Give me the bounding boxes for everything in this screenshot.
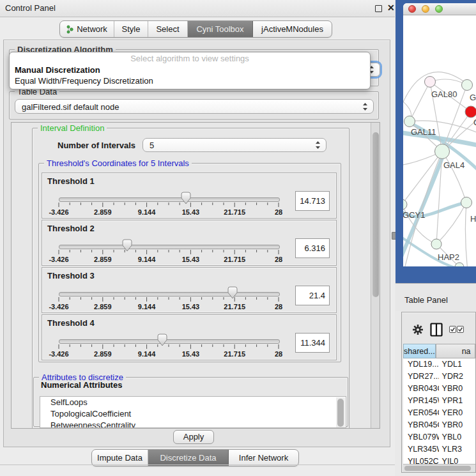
split-columns-icon[interactable] <box>430 323 443 337</box>
cell-shared-name[interactable]: YIL052C <box>403 456 439 464</box>
tick-label: -3.426 <box>49 256 68 263</box>
table-row[interactable]: YBL079WYBL0 <box>403 431 475 443</box>
tick-label: 9.144 <box>138 256 156 263</box>
vertical-scrollbar-thumb[interactable] <box>372 132 379 297</box>
close-traffic-light-icon[interactable] <box>408 5 416 13</box>
number-of-intervals-combobox[interactable]: 5 <box>142 138 326 152</box>
slider-thumb[interactable] <box>227 286 238 299</box>
network-edge[interactable] <box>442 151 466 203</box>
network-edge[interactable] <box>465 203 468 266</box>
thresholds-group-title: Threshold's Coordinates for 5 Intervals <box>44 158 192 168</box>
threshold-value-field[interactable]: 21.4 <box>295 286 330 305</box>
network-node[interactable] <box>435 144 450 159</box>
network-node[interactable] <box>431 239 441 249</box>
network-edge[interactable] <box>410 82 430 121</box>
minimize-traffic-light-icon[interactable] <box>422 5 429 13</box>
attribute-list-item[interactable]: TopologicalCoefficient <box>40 408 346 420</box>
tab-discretize-data[interactable]: Discretize Data <box>148 450 229 466</box>
cell-name[interactable]: YBR0 <box>439 383 475 395</box>
node-label-gal11: GAL11 <box>411 127 436 137</box>
cell-name[interactable]: YBR0 <box>439 419 475 431</box>
network-node[interactable] <box>425 77 436 88</box>
network-canvas[interactable]: GAL80GAGAL11CGAL4GCY1HHAP2 <box>403 15 476 266</box>
node-label-h: H <box>470 214 476 224</box>
slider-track[interactable] <box>59 339 280 344</box>
gear-icon[interactable] <box>412 324 424 335</box>
table-row[interactable]: YDR27...YDR2 <box>403 371 475 383</box>
network-node[interactable] <box>462 80 473 91</box>
stepper-arrows-icon <box>363 103 367 111</box>
attribute-list-item[interactable]: SelfLoops <box>40 397 346 408</box>
cell-shared-name[interactable]: YBL079W <box>403 431 439 443</box>
threshold-value-field[interactable]: 11.344 <box>295 333 330 353</box>
cell-shared-name[interactable]: YDR27... <box>403 371 439 383</box>
column-header-name[interactable]: na <box>436 344 475 358</box>
table-row[interactable]: YER054CYER0 <box>403 407 475 419</box>
slider-thumb[interactable] <box>157 334 167 346</box>
popup-item-manual-discretization[interactable]: Manual Discretization <box>10 65 370 75</box>
table-row[interactable]: YDL19...YDL1 <box>403 358 475 371</box>
cell-name[interactable]: YLR3 <box>439 443 475 456</box>
tick-label: 21.715 <box>224 350 245 358</box>
table-row[interactable]: YLR345WYLR3 <box>403 443 475 456</box>
tab-cyni-toolbox[interactable]: Cyni Toolbox <box>188 21 253 37</box>
tab-impute-data[interactable]: Impute Data <box>92 450 148 466</box>
horizontal-scrollbar[interactable] <box>403 464 475 472</box>
cell-name[interactable]: YER0 <box>439 407 475 419</box>
tab-select[interactable]: Select <box>148 21 188 37</box>
cell-shared-name[interactable]: YPR145W <box>403 395 439 407</box>
float-window-icon[interactable] <box>375 5 382 12</box>
network-view-window[interactable]: GAL80GAGAL11CGAL4GCY1HHAP2 <box>403 3 476 266</box>
cell-shared-name[interactable]: YDL19... <box>403 358 439 371</box>
checkbox-icons[interactable] <box>449 326 464 334</box>
number-of-intervals-label: Number of Intervals <box>55 141 138 150</box>
slider-thumb[interactable] <box>122 239 132 252</box>
network-node[interactable] <box>455 263 464 266</box>
cell-name[interactable]: YDL1 <box>439 358 475 371</box>
table-row[interactable]: YBR043CYBR0 <box>403 383 475 395</box>
column-header-shared-name[interactable]: shared... <box>403 344 436 358</box>
table-row[interactable]: YBR045CYBR0 <box>403 419 475 431</box>
table-row[interactable]: YIL052CYIL0 <box>403 456 475 464</box>
slider-track[interactable] <box>59 292 280 296</box>
tab-label: Discretize Data <box>160 453 216 463</box>
network-window-titlebar[interactable] <box>403 3 476 15</box>
tick-label: 2.859 <box>94 208 112 216</box>
threshold-value-field[interactable]: 6.316 <box>295 238 330 258</box>
vertical-scrollbar[interactable] <box>371 123 380 428</box>
tab-network[interactable]: Network <box>60 21 114 37</box>
network-node[interactable] <box>404 116 415 127</box>
number-of-intervals-value: 5 <box>150 141 154 150</box>
close-icon[interactable]: ✕ <box>387 3 395 13</box>
network-node[interactable] <box>461 197 472 208</box>
network-node[interactable] <box>403 199 407 210</box>
network-edge[interactable] <box>436 203 466 244</box>
zoom-traffic-light-icon[interactable] <box>435 5 443 13</box>
tab-jactivemnodules[interactable]: jActiveMNodules <box>253 21 332 37</box>
slider-track[interactable] <box>59 245 280 249</box>
threshold-value-field[interactable]: 14.713 <box>295 191 330 211</box>
cell-shared-name[interactable]: YBR045C <box>403 419 439 431</box>
cell-shared-name[interactable]: YLR345W <box>403 443 439 456</box>
popup-item-equal-width-frequency-discretization[interactable]: Equal Width/Frequency Discretization <box>10 75 370 86</box>
table-data-combobox[interactable]: galFiltered.sif default node <box>15 99 374 114</box>
tab-infer-network[interactable]: Infer Network <box>229 450 298 466</box>
cell-name[interactable]: YPR1 <box>439 395 475 407</box>
table-row[interactable]: YPR145WYPR1 <box>403 395 475 407</box>
cell-shared-name[interactable]: YER054C <box>403 407 439 419</box>
attribute-list-item[interactable]: BetweennessCentrality <box>40 420 346 428</box>
cell-name[interactable]: YDR2 <box>439 371 475 383</box>
network-node-selected[interactable] <box>465 106 476 118</box>
slider-thumb[interactable] <box>181 192 191 204</box>
cell-name[interactable]: YIL0 <box>439 456 475 464</box>
tick-label: -3.426 <box>49 303 68 311</box>
attributes-scrollbar[interactable] <box>336 397 345 428</box>
threshold-label: Threshold 1 <box>47 176 95 186</box>
tab-style[interactable]: Style <box>114 21 148 37</box>
slider-track[interactable] <box>59 197 280 202</box>
cell-shared-name[interactable]: YBR043C <box>403 383 439 395</box>
horizontal-scrollbar-thumb[interactable] <box>404 466 471 471</box>
cell-name[interactable]: YBL0 <box>439 431 475 443</box>
numerical-attributes-list[interactable]: SelfLoopsTopologicalCoefficientBetweenne… <box>40 396 346 428</box>
apply-button[interactable]: Apply <box>173 430 214 444</box>
